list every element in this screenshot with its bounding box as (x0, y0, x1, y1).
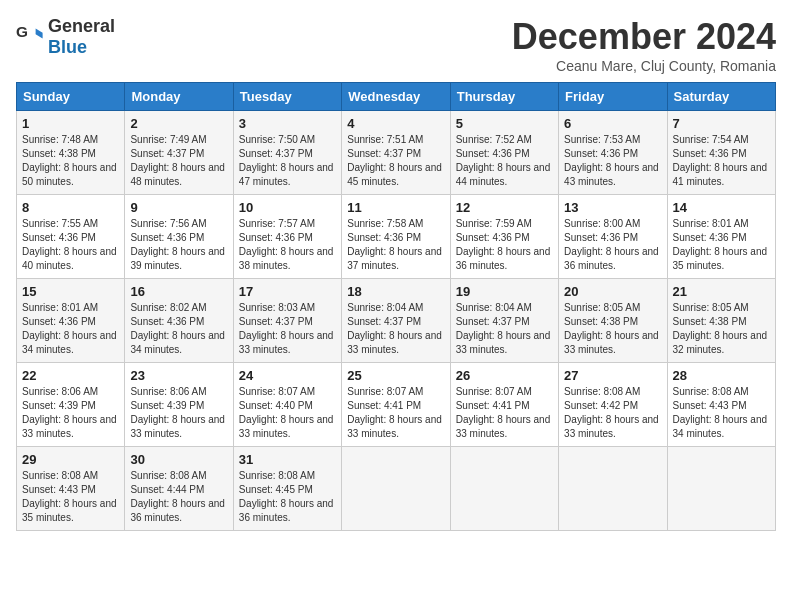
day-number: 14 (673, 200, 770, 215)
svg-text:G: G (16, 23, 28, 40)
calendar-day-cell (559, 447, 667, 531)
title-block: December 2024 Ceanu Mare, Cluj County, R… (512, 16, 776, 74)
day-info: Sunrise: 7:58 AMSunset: 4:36 PMDaylight:… (347, 217, 444, 273)
weekday-header-cell: Friday (559, 83, 667, 111)
calendar-day-cell: 22Sunrise: 8:06 AMSunset: 4:39 PMDayligh… (17, 363, 125, 447)
day-number: 23 (130, 368, 227, 383)
logo-icon: G (16, 23, 44, 51)
day-number: 28 (673, 368, 770, 383)
day-info: Sunrise: 7:53 AMSunset: 4:36 PMDaylight:… (564, 133, 661, 189)
day-number: 8 (22, 200, 119, 215)
location-title: Ceanu Mare, Cluj County, Romania (512, 58, 776, 74)
day-info: Sunrise: 7:49 AMSunset: 4:37 PMDaylight:… (130, 133, 227, 189)
calendar-week-row: 1Sunrise: 7:48 AMSunset: 4:38 PMDaylight… (17, 111, 776, 195)
page-header: G General Blue December 2024 Ceanu Mare,… (16, 16, 776, 74)
calendar-day-cell: 23Sunrise: 8:06 AMSunset: 4:39 PMDayligh… (125, 363, 233, 447)
day-number: 17 (239, 284, 336, 299)
day-info: Sunrise: 7:59 AMSunset: 4:36 PMDaylight:… (456, 217, 553, 273)
day-number: 3 (239, 116, 336, 131)
weekday-header-cell: Wednesday (342, 83, 450, 111)
calendar-day-cell: 20Sunrise: 8:05 AMSunset: 4:38 PMDayligh… (559, 279, 667, 363)
day-info: Sunrise: 7:48 AMSunset: 4:38 PMDaylight:… (22, 133, 119, 189)
calendar-day-cell: 16Sunrise: 8:02 AMSunset: 4:36 PMDayligh… (125, 279, 233, 363)
day-number: 5 (456, 116, 553, 131)
calendar-week-row: 15Sunrise: 8:01 AMSunset: 4:36 PMDayligh… (17, 279, 776, 363)
day-info: Sunrise: 8:07 AMSunset: 4:41 PMDaylight:… (347, 385, 444, 441)
day-number: 22 (22, 368, 119, 383)
day-number: 15 (22, 284, 119, 299)
day-number: 20 (564, 284, 661, 299)
day-info: Sunrise: 8:08 AMSunset: 4:43 PMDaylight:… (22, 469, 119, 525)
calendar-day-cell: 29Sunrise: 8:08 AMSunset: 4:43 PMDayligh… (17, 447, 125, 531)
weekday-header-cell: Monday (125, 83, 233, 111)
day-number: 16 (130, 284, 227, 299)
day-number: 27 (564, 368, 661, 383)
day-number: 4 (347, 116, 444, 131)
weekday-header-cell: Saturday (667, 83, 775, 111)
day-info: Sunrise: 7:57 AMSunset: 4:36 PMDaylight:… (239, 217, 336, 273)
calendar-day-cell: 5Sunrise: 7:52 AMSunset: 4:36 PMDaylight… (450, 111, 558, 195)
logo-blue: Blue (48, 37, 87, 57)
day-info: Sunrise: 8:04 AMSunset: 4:37 PMDaylight:… (456, 301, 553, 357)
day-number: 29 (22, 452, 119, 467)
day-info: Sunrise: 7:55 AMSunset: 4:36 PMDaylight:… (22, 217, 119, 273)
day-info: Sunrise: 8:01 AMSunset: 4:36 PMDaylight:… (22, 301, 119, 357)
day-number: 26 (456, 368, 553, 383)
day-info: Sunrise: 8:08 AMSunset: 4:45 PMDaylight:… (239, 469, 336, 525)
calendar-day-cell: 26Sunrise: 8:07 AMSunset: 4:41 PMDayligh… (450, 363, 558, 447)
day-info: Sunrise: 7:56 AMSunset: 4:36 PMDaylight:… (130, 217, 227, 273)
calendar-day-cell (342, 447, 450, 531)
day-number: 11 (347, 200, 444, 215)
day-info: Sunrise: 7:50 AMSunset: 4:37 PMDaylight:… (239, 133, 336, 189)
day-number: 9 (130, 200, 227, 215)
calendar-day-cell: 28Sunrise: 8:08 AMSunset: 4:43 PMDayligh… (667, 363, 775, 447)
day-info: Sunrise: 8:04 AMSunset: 4:37 PMDaylight:… (347, 301, 444, 357)
day-info: Sunrise: 7:52 AMSunset: 4:36 PMDaylight:… (456, 133, 553, 189)
calendar-day-cell (450, 447, 558, 531)
calendar-day-cell (667, 447, 775, 531)
calendar-day-cell: 14Sunrise: 8:01 AMSunset: 4:36 PMDayligh… (667, 195, 775, 279)
day-number: 31 (239, 452, 336, 467)
day-info: Sunrise: 8:08 AMSunset: 4:42 PMDaylight:… (564, 385, 661, 441)
day-info: Sunrise: 8:07 AMSunset: 4:40 PMDaylight:… (239, 385, 336, 441)
calendar-day-cell: 2Sunrise: 7:49 AMSunset: 4:37 PMDaylight… (125, 111, 233, 195)
logo-general: General (48, 16, 115, 36)
weekday-header-cell: Tuesday (233, 83, 341, 111)
day-info: Sunrise: 8:05 AMSunset: 4:38 PMDaylight:… (673, 301, 770, 357)
calendar-day-cell: 21Sunrise: 8:05 AMSunset: 4:38 PMDayligh… (667, 279, 775, 363)
weekday-header-cell: Sunday (17, 83, 125, 111)
calendar-week-row: 29Sunrise: 8:08 AMSunset: 4:43 PMDayligh… (17, 447, 776, 531)
calendar-day-cell: 13Sunrise: 8:00 AMSunset: 4:36 PMDayligh… (559, 195, 667, 279)
day-number: 13 (564, 200, 661, 215)
calendar-day-cell: 18Sunrise: 8:04 AMSunset: 4:37 PMDayligh… (342, 279, 450, 363)
day-info: Sunrise: 8:08 AMSunset: 4:44 PMDaylight:… (130, 469, 227, 525)
calendar-day-cell: 8Sunrise: 7:55 AMSunset: 4:36 PMDaylight… (17, 195, 125, 279)
weekday-header-row: SundayMondayTuesdayWednesdayThursdayFrid… (17, 83, 776, 111)
day-info: Sunrise: 8:07 AMSunset: 4:41 PMDaylight:… (456, 385, 553, 441)
day-number: 24 (239, 368, 336, 383)
calendar-day-cell: 19Sunrise: 8:04 AMSunset: 4:37 PMDayligh… (450, 279, 558, 363)
day-info: Sunrise: 8:00 AMSunset: 4:36 PMDaylight:… (564, 217, 661, 273)
day-number: 1 (22, 116, 119, 131)
logo: G General Blue (16, 16, 115, 58)
calendar-table: SundayMondayTuesdayWednesdayThursdayFrid… (16, 82, 776, 531)
day-number: 18 (347, 284, 444, 299)
day-number: 19 (456, 284, 553, 299)
calendar-day-cell: 12Sunrise: 7:59 AMSunset: 4:36 PMDayligh… (450, 195, 558, 279)
calendar-day-cell: 3Sunrise: 7:50 AMSunset: 4:37 PMDaylight… (233, 111, 341, 195)
calendar-day-cell: 30Sunrise: 8:08 AMSunset: 4:44 PMDayligh… (125, 447, 233, 531)
calendar-day-cell: 25Sunrise: 8:07 AMSunset: 4:41 PMDayligh… (342, 363, 450, 447)
day-info: Sunrise: 8:06 AMSunset: 4:39 PMDaylight:… (130, 385, 227, 441)
day-info: Sunrise: 8:01 AMSunset: 4:36 PMDaylight:… (673, 217, 770, 273)
calendar-day-cell: 7Sunrise: 7:54 AMSunset: 4:36 PMDaylight… (667, 111, 775, 195)
day-number: 7 (673, 116, 770, 131)
calendar-week-row: 22Sunrise: 8:06 AMSunset: 4:39 PMDayligh… (17, 363, 776, 447)
calendar-day-cell: 17Sunrise: 8:03 AMSunset: 4:37 PMDayligh… (233, 279, 341, 363)
day-info: Sunrise: 8:03 AMSunset: 4:37 PMDaylight:… (239, 301, 336, 357)
calendar-day-cell: 11Sunrise: 7:58 AMSunset: 4:36 PMDayligh… (342, 195, 450, 279)
day-number: 30 (130, 452, 227, 467)
day-number: 21 (673, 284, 770, 299)
calendar-day-cell: 6Sunrise: 7:53 AMSunset: 4:36 PMDaylight… (559, 111, 667, 195)
day-info: Sunrise: 7:54 AMSunset: 4:36 PMDaylight:… (673, 133, 770, 189)
day-number: 6 (564, 116, 661, 131)
